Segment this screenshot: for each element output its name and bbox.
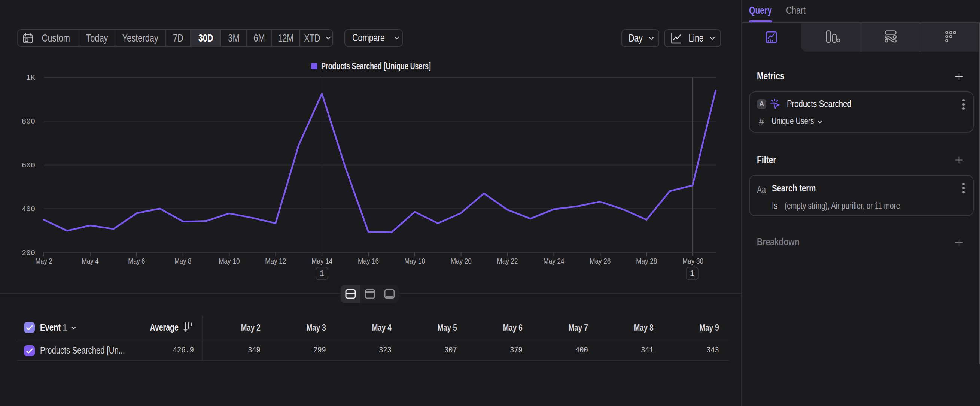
svg-text:May 14: May 14 (312, 256, 332, 265)
svg-text:May 22: May 22 (497, 256, 518, 265)
svg-text:600: 600 (22, 161, 35, 170)
svg-text:May 10: May 10 (219, 256, 240, 265)
svg-text:May 4: May 4 (82, 256, 99, 265)
svg-text:200: 200 (22, 249, 35, 257)
svg-text:May 30: May 30 (682, 256, 703, 265)
svg-text:May 20: May 20 (451, 256, 472, 265)
svg-text:May 26: May 26 (590, 256, 611, 265)
svg-text:May 12: May 12 (265, 256, 286, 265)
svg-text:May 18: May 18 (404, 256, 425, 265)
svg-text:May 24: May 24 (544, 256, 565, 265)
svg-text:400: 400 (22, 205, 35, 213)
svg-text:May 2: May 2 (35, 256, 52, 265)
svg-text:May 8: May 8 (175, 256, 191, 265)
svg-text:1K: 1K (26, 73, 35, 82)
svg-text:May 28: May 28 (636, 256, 657, 265)
svg-text:800: 800 (22, 117, 35, 126)
svg-text:May 16: May 16 (358, 256, 379, 265)
svg-text:May 6: May 6 (128, 256, 145, 265)
